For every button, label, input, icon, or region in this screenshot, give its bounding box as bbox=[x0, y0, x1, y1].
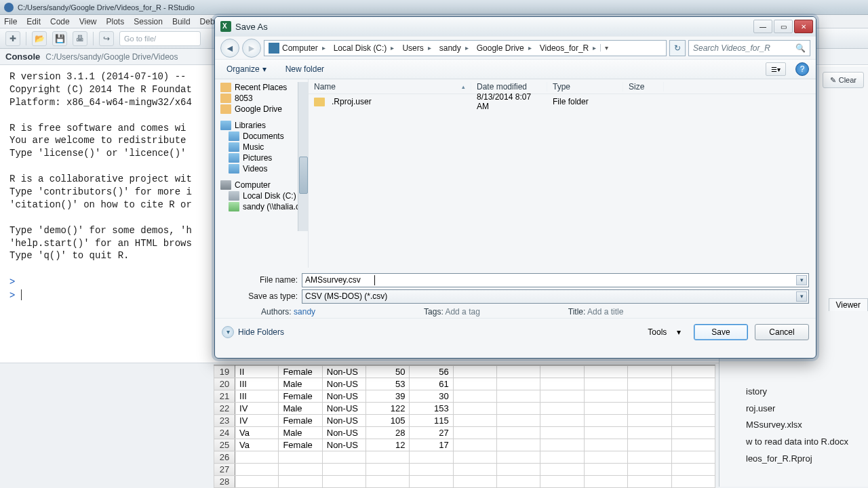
help-icon[interactable]: ? bbox=[795, 62, 809, 76]
row-header[interactable]: 24 bbox=[214, 427, 235, 439]
tree-videos[interactable]: Videos bbox=[220, 163, 308, 174]
crumb-users[interactable]: Users bbox=[398, 41, 435, 56]
console-label: Console bbox=[5, 52, 40, 62]
tools-dropdown[interactable]: Tools ▾ bbox=[642, 325, 687, 340]
col-name[interactable]: Name ▴ bbox=[309, 82, 471, 92]
refresh-icon[interactable]: ↻ bbox=[669, 40, 686, 56]
metadata-row: Authors: sandy Tags: Add a tag Title: Ad… bbox=[222, 304, 809, 317]
table-row[interactable]: 26 bbox=[214, 451, 715, 464]
file-item[interactable]: leos_for_R.Rproj bbox=[746, 451, 868, 468]
tree-music[interactable]: Music bbox=[220, 142, 308, 152]
row-header[interactable]: 22 bbox=[214, 403, 235, 415]
scrollbar[interactable] bbox=[298, 82, 308, 231]
menu-view[interactable]: View bbox=[79, 17, 97, 26]
tree-libraries[interactable]: Libraries bbox=[220, 120, 308, 131]
file-list-header[interactable]: Name ▴ Date modified Type Size bbox=[309, 79, 816, 94]
tree-documents[interactable]: Documents bbox=[220, 131, 308, 142]
tree-pictures[interactable]: Pictures bbox=[220, 152, 308, 163]
view-options-icon[interactable]: ☰▾ bbox=[766, 62, 786, 76]
row-header[interactable]: 21 bbox=[214, 390, 235, 403]
new-folder-button[interactable]: New folder bbox=[281, 62, 329, 76]
print-icon[interactable]: 🖶 bbox=[73, 31, 87, 46]
viewer-tab[interactable]: Viewer bbox=[829, 298, 868, 311]
nav-tree[interactable]: Recent Places 8053 Google Drive Librarie… bbox=[215, 79, 309, 268]
tree-8053[interactable]: 8053 bbox=[220, 93, 308, 104]
table-row[interactable]: 27 bbox=[214, 464, 715, 476]
file-list[interactable]: Name ▴ Date modified Type Size .Rproj.us… bbox=[309, 79, 816, 268]
table-row[interactable]: 22 IV Male Non-US 122 153 bbox=[214, 403, 715, 415]
menu-build[interactable]: Build bbox=[172, 17, 191, 26]
table-row[interactable]: 28 bbox=[214, 476, 715, 488]
save-button[interactable]: Save bbox=[694, 324, 748, 340]
tree-localdisk[interactable]: Local Disk (C:) bbox=[220, 190, 308, 201]
file-item[interactable]: MSsurvey.xlsx bbox=[746, 417, 868, 434]
toolbar-sep bbox=[93, 32, 94, 45]
goto-file-input[interactable]: Go to file/ bbox=[119, 31, 201, 46]
organize-button[interactable]: Organize ▾ bbox=[222, 62, 271, 76]
scrollbar-thumb[interactable] bbox=[299, 157, 308, 194]
crumb-folder[interactable]: Videos_for_R bbox=[536, 41, 601, 56]
row-header[interactable]: 25 bbox=[214, 439, 235, 451]
file-item[interactable]: istory bbox=[746, 384, 868, 401]
crumb-sandy[interactable]: sandy bbox=[435, 41, 473, 56]
maximize-icon[interactable]: ▭ bbox=[774, 20, 793, 33]
col-type[interactable]: Type bbox=[547, 82, 623, 92]
search-input[interactable]: Search Videos_for_R🔍 bbox=[688, 40, 810, 56]
tree-computer[interactable]: Computer bbox=[220, 180, 308, 190]
table-row[interactable]: 20 III Male Non-US 53 61 bbox=[214, 378, 715, 390]
tags-input[interactable]: Add a tag bbox=[445, 307, 479, 317]
crumb-drive[interactable]: Local Disk (C:) bbox=[330, 41, 399, 56]
table-row[interactable]: 21 III Female Non-US 39 30 bbox=[214, 390, 715, 403]
dialog-titlebar[interactable]: Save As — ▭ ✕ bbox=[215, 17, 816, 36]
menu-plots[interactable]: Plots bbox=[106, 17, 125, 26]
sort-asc-icon: ▴ bbox=[462, 83, 465, 90]
folder-icon bbox=[220, 94, 231, 103]
table-row[interactable]: 24 Va Male Non-US 28 27 bbox=[214, 427, 715, 439]
menu-session[interactable]: Session bbox=[134, 17, 163, 26]
row-header[interactable]: 27 bbox=[214, 464, 235, 476]
new-file-icon[interactable]: ✚ bbox=[5, 31, 20, 46]
menu-file[interactable]: File bbox=[4, 17, 17, 26]
crumb-gdrive[interactable]: Google Drive bbox=[473, 41, 536, 56]
table-row[interactable]: 25 Va Female Non-US 12 17 bbox=[214, 439, 715, 451]
menu-code[interactable]: Code bbox=[50, 17, 70, 26]
hide-folders-button[interactable]: ▾Hide Folders bbox=[222, 326, 284, 338]
row-header[interactable]: 20 bbox=[214, 378, 235, 390]
tree-network[interactable]: sandy (\\thalia.cl bbox=[220, 201, 308, 212]
file-item[interactable]: w to read data into R.docx bbox=[746, 434, 868, 451]
authors-value[interactable]: sandy bbox=[294, 307, 315, 317]
col-size[interactable]: Size bbox=[623, 82, 664, 92]
goto-icon[interactable]: ↪ bbox=[99, 31, 114, 46]
close-icon[interactable]: ✕ bbox=[794, 20, 813, 33]
menu-edit[interactable]: Edit bbox=[26, 17, 41, 26]
save-type-select[interactable]: CSV (MS-DOS) (*.csv)▾ bbox=[302, 289, 809, 304]
breadcrumb-dropdown-icon[interactable]: ▾ bbox=[600, 44, 612, 52]
title-input[interactable]: Add a title bbox=[587, 307, 623, 317]
col-date[interactable]: Date modified bbox=[471, 82, 547, 92]
file-item[interactable]: roj.user bbox=[746, 401, 868, 418]
minimize-icon[interactable]: — bbox=[753, 20, 772, 33]
folder-icon bbox=[220, 104, 231, 114]
spreadsheet[interactable]: 19 II Female Non-US 50 56 20 III Male No… bbox=[214, 365, 715, 488]
tree-recent[interactable]: Recent Places bbox=[220, 82, 308, 93]
save-icon[interactable]: 💾 bbox=[52, 31, 67, 46]
chevron-down-icon[interactable]: ▾ bbox=[796, 275, 807, 285]
cancel-button[interactable]: Cancel bbox=[755, 324, 809, 340]
table-row[interactable]: 23 IV Female Non-US 105 115 bbox=[214, 415, 715, 427]
breadcrumb[interactable]: Computer Local Disk (C:) Users sandy Goo… bbox=[264, 40, 667, 56]
clear-button[interactable]: ✎Clear bbox=[823, 72, 864, 88]
chevron-down-icon: ▾ bbox=[262, 64, 267, 74]
chevron-down-icon[interactable]: ▾ bbox=[796, 291, 807, 302]
row-header[interactable]: 26 bbox=[214, 451, 235, 464]
row-header[interactable]: 23 bbox=[214, 415, 235, 427]
forward-icon[interactable]: ► bbox=[242, 39, 261, 58]
back-icon[interactable]: ◄ bbox=[220, 39, 239, 58]
row-header[interactable]: 28 bbox=[214, 476, 235, 488]
table-row[interactable]: 19 II Female Non-US 50 56 bbox=[214, 366, 715, 378]
file-row[interactable]: .Rproj.user 8/13/2014 8:07 AM File folde… bbox=[309, 94, 816, 109]
file-name-input[interactable]: AMSsurvey.csv▾ bbox=[302, 273, 809, 287]
row-header[interactable]: 19 bbox=[214, 366, 235, 378]
open-file-icon[interactable]: 📂 bbox=[32, 31, 47, 46]
tree-gdrive[interactable]: Google Drive bbox=[220, 104, 308, 115]
crumb-computer[interactable]: Computer bbox=[264, 41, 330, 56]
